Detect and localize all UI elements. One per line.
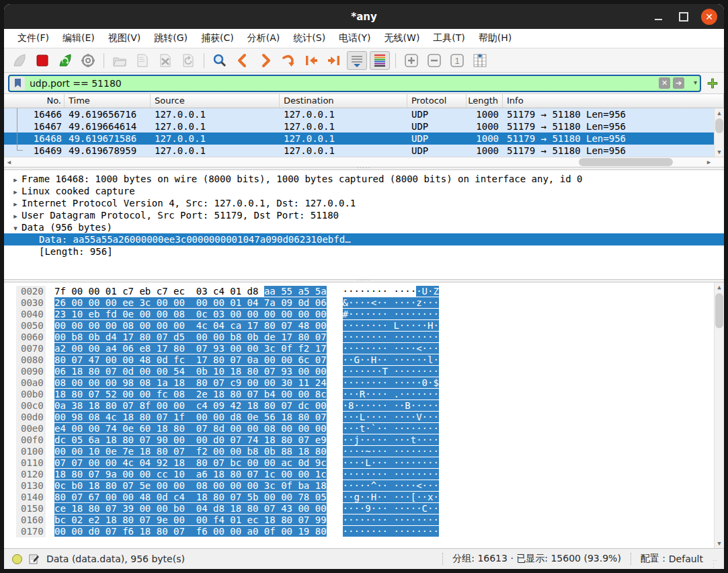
detail-row-5[interactable]: Data: aa55a55a26000000ee3c0000000001047a…: [4, 233, 724, 245]
stop-capture-button[interactable]: [32, 51, 52, 70]
menu-item-1[interactable]: 编辑(E): [56, 30, 102, 46]
last-packet-button[interactable]: [324, 51, 344, 70]
packet-row-16467[interactable]: 1646749.619664614127.0.0.1127.0.0.1UDP10…: [4, 120, 724, 132]
detail-row-6[interactable]: [Length: 956]: [4, 245, 724, 258]
menu-item-4[interactable]: 捕获(C): [194, 30, 241, 46]
menu-item-0[interactable]: 文件(F): [11, 30, 56, 46]
zoom-out-icon: [427, 53, 442, 68]
packet-row-16466[interactable]: 1646649.619656716127.0.0.1127.0.0.1UDP10…: [4, 108, 724, 120]
packet-row-16468[interactable]: 1646849.619671586127.0.0.1127.0.0.1UDP10…: [4, 132, 724, 145]
zoom-original-button[interactable]: 1: [447, 51, 467, 70]
detail-row-0[interactable]: ▸Frame 16468: 1000 bytes on wire (8000 b…: [4, 173, 724, 185]
menu-item-7[interactable]: 电话(Y): [332, 30, 377, 46]
zoom-in-button[interactable]: [401, 51, 421, 70]
hex-row-0040[interactable]: 004023 10 eb fd 0e 00 00 08 0c 03 00 00 …: [4, 309, 724, 320]
scroll-left-arrow[interactable]: ◀: [4, 157, 14, 166]
hex-row-00c0[interactable]: 00c00a 38 18 80 07 8f 00 00 c4 09 42 18 …: [4, 400, 724, 412]
hscroll-thumb[interactable]: [579, 158, 673, 166]
detail-text: Frame 16468: 1000 bytes on wire (8000 bi…: [22, 174, 582, 184]
capture-comment-icon[interactable]: [29, 553, 40, 564]
hex-offset: 0110: [16, 457, 46, 469]
expert-info-icon[interactable]: [12, 554, 22, 564]
hex-bytes: 00 00 00 00 08 00 00 00 4c 04 ca 17 80 0…: [54, 320, 327, 332]
menu-item-5[interactable]: 分析(A): [241, 30, 287, 46]
menu-item-10[interactable]: 帮助(H): [472, 30, 518, 46]
hex-row-00d0[interactable]: 00d000 98 08 4c 18 80 07 1f 00 00 d8 0e …: [4, 412, 724, 423]
column-header-destination[interactable]: Destination: [280, 94, 407, 108]
packet-row-16469[interactable]: 1646949.619678959127.0.0.1127.0.0.1UDP10…: [4, 145, 724, 157]
menu-item-6[interactable]: 统计(S): [286, 30, 332, 46]
hex-row-0050[interactable]: 005000 00 00 00 08 00 00 00 4c 04 ca 17 …: [4, 320, 724, 332]
filter-add-button[interactable]: [705, 76, 720, 91]
close-button[interactable]: ✕: [701, 9, 717, 25]
bytes-scroll-up-arrow[interactable]: ▲: [715, 282, 724, 292]
hex-row-0060[interactable]: 006000 b8 0b d4 17 80 07 d5 00 00 b8 0b …: [4, 332, 724, 343]
scroll-right-arrow[interactable]: ▶: [704, 157, 714, 166]
menu-item-2[interactable]: 视图(V): [102, 30, 148, 46]
filter-bookmark-button[interactable]: [10, 77, 25, 90]
expander-icon[interactable]: ▾: [9, 223, 22, 235]
hex-bytes: 7f 00 00 01 c7 eb c7 ec 03 c4 01 d8 aa 5…: [54, 286, 327, 297]
hex-row-0150[interactable]: 0150ce 18 80 07 39 00 00 b0 04 d8 18 80 …: [4, 503, 724, 514]
filter-clear-button[interactable]: ✕: [659, 77, 670, 89]
detail-row-4[interactable]: ▾Data (956 bytes): [4, 221, 724, 233]
bytes-scroll-down-arrow[interactable]: ▼: [715, 539, 724, 548]
hex-row-0160[interactable]: 0160bc 02 e2 18 80 07 9e 00 00 f4 01 ec …: [4, 514, 724, 526]
auto-scroll-button[interactable]: [347, 51, 367, 70]
start-capture-button: [9, 51, 30, 70]
hex-row-0020[interactable]: 00207f 00 00 01 c7 eb c7 ec 03 c4 01 d8 …: [4, 286, 724, 297]
hex-row-00b0[interactable]: 00b018 80 07 52 00 00 fc 08 2e 18 80 07 …: [4, 389, 724, 400]
hex-bytes: 26 00 00 00 ee 3c 00 00 00 00 01 04 7a 0…: [54, 297, 327, 309]
display-filter-input[interactable]: [8, 75, 701, 92]
hex-ascii: ········ ········: [343, 526, 439, 537]
hex-row-0120[interactable]: 012018 80 07 9a 00 00 cc 10 a6 18 80 07 …: [4, 469, 724, 480]
bytes-vscroll-thumb[interactable]: [715, 293, 723, 328]
filter-dropdown-button[interactable]: ▾: [694, 79, 697, 86]
column-header-info[interactable]: Info: [503, 94, 724, 108]
hex-ascii: ···R···· .·······: [343, 389, 439, 400]
minimize-button[interactable]: [650, 9, 666, 25]
hex-row-0090[interactable]: 009006 18 80 07 0d 00 00 54 0b 10 18 80 …: [4, 366, 724, 377]
hex-row-0130[interactable]: 01300c b0 18 80 07 5e 00 00 08 00 00 00 …: [4, 480, 724, 492]
column-header-protocol[interactable]: Protocol: [407, 94, 467, 108]
hex-row-0100[interactable]: 010000 00 10 0e 7e 18 80 07 f2 00 00 b8 …: [4, 446, 724, 457]
resize-grip[interactable]: ·· ·· ···· ·: [713, 560, 722, 569]
previous-packet-button[interactable]: [233, 51, 253, 70]
menu-item-3[interactable]: 跳转(G): [147, 30, 194, 46]
menu-item-9[interactable]: 工具(T): [426, 30, 471, 46]
hex-row-0140[interactable]: 014080 07 67 00 00 48 0d c4 18 80 07 5b …: [4, 492, 724, 503]
zoom-out-button[interactable]: [424, 51, 444, 70]
resize-columns-icon: [473, 53, 487, 68]
scroll-up-arrow[interactable]: ▲: [715, 108, 724, 118]
colorize-button[interactable]: [370, 51, 390, 70]
detail-row-2[interactable]: ▸Internet Protocol Version 4, Src: 127.0…: [4, 197, 724, 209]
column-header-source[interactable]: Source: [151, 94, 280, 108]
hex-row-00e0[interactable]: 00e0e4 00 00 74 0e 60 18 80 07 8d 00 00 …: [4, 423, 724, 434]
column-header-no[interactable]: No.: [4, 94, 65, 108]
hex-row-0110[interactable]: 011007 07 00 00 4c 04 92 18 80 07 bc 00 …: [4, 457, 724, 469]
detail-row-1[interactable]: ▸Linux cooked capture: [4, 185, 724, 197]
vscroll-thumb[interactable]: [715, 118, 723, 133]
hex-row-0030[interactable]: 003026 00 00 00 ee 3c 00 00 00 00 01 04 …: [4, 297, 724, 309]
maximize-button[interactable]: [676, 9, 692, 25]
detail-row-3[interactable]: ▸User Datagram Protocol, Src Port: 51179…: [4, 209, 724, 221]
capture-options-button[interactable]: [78, 51, 98, 70]
related-packet-indicator: [17, 108, 23, 151]
hex-row-00a0[interactable]: 00a008 00 00 00 98 08 1a 18 80 07 c9 00 …: [4, 377, 724, 389]
profile-section[interactable]: 配置： Default: [631, 553, 713, 565]
resize-columns-button[interactable]: [470, 51, 490, 70]
filter-apply-button[interactable]: ➔: [673, 77, 684, 89]
menu-item-8[interactable]: 无线(W): [378, 30, 427, 46]
restart-capture-button[interactable]: [55, 51, 75, 70]
next-packet-button[interactable]: [255, 51, 276, 70]
scroll-down-arrow[interactable]: ▼: [715, 147, 724, 157]
column-header-time[interactable]: Time: [65, 94, 151, 108]
column-header-length[interactable]: Length: [467, 94, 503, 108]
hex-row-0070[interactable]: 0070a2 00 00 a4 06 e8 17 80 07 93 00 00 …: [4, 343, 724, 354]
go-to-packet-button[interactable]: [278, 51, 298, 70]
hex-row-0080[interactable]: 008080 07 47 00 00 48 0d fc 17 80 07 0a …: [4, 354, 724, 366]
hex-row-0170[interactable]: 017000 00 d0 07 f6 18 80 07 f6 00 00 a0 …: [4, 526, 724, 537]
hex-row-00f0[interactable]: 00f0dc 05 6a 18 80 07 90 00 00 d0 07 74 …: [4, 434, 724, 446]
first-packet-button[interactable]: [301, 51, 321, 70]
find-packet-button[interactable]: [210, 51, 230, 70]
